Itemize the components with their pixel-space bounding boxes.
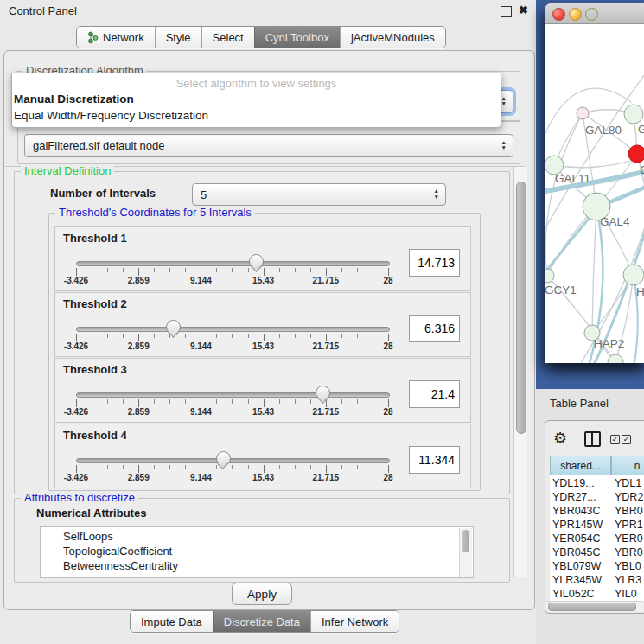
num-intervals-combo[interactable]: 5 ▲▼ [192, 183, 446, 206]
table-row[interactable]: YDL19...YDL1 [550, 477, 644, 491]
tab-style-label: Style [166, 31, 191, 44]
numerical-attributes-label: Numerical Attributes [36, 507, 146, 520]
list-scrollbar[interactable] [459, 528, 472, 577]
cell[interactable]: YPR145W [550, 519, 611, 532]
threshold-4-slider-track[interactable] [76, 458, 390, 463]
checkbox-icon[interactable]: ✓ [610, 435, 620, 444]
tick-label: 9.144 [190, 407, 212, 417]
minimize-traffic-light-icon[interactable] [569, 8, 582, 21]
slider-tick-labels: -3.426 2.859 9.144 15.43 21.715 28 [76, 472, 388, 483]
threshold-2-value-field[interactable] [409, 315, 460, 342]
table-row[interactable]: YBR043CYBR0 [550, 505, 644, 519]
table-horizontal-scrollbar[interactable] [546, 601, 643, 611]
list-item-selfloops[interactable]: SelfLoops [63, 530, 113, 543]
apply-button[interactable]: Apply [232, 583, 292, 605]
threshold-1-slider-thumb[interactable] [249, 254, 264, 269]
list-item-topologicalcoefficient[interactable]: TopologicalCoefficient [63, 545, 172, 558]
popup-option-equal-width-frequency[interactable]: Equal Width/Frequency Discretization [14, 109, 208, 122]
scrollbar-thumb[interactable] [548, 603, 636, 611]
cell[interactable]: YBL0 [611, 560, 641, 574]
tick-label: 21.715 [313, 473, 340, 482]
threshold-4-value-field[interactable] [409, 446, 460, 474]
tab-discretize-data[interactable]: Discretize Data [213, 611, 310, 632]
threshold-coordinates-title: Threshold's Coordinates for 5 Intervals [55, 206, 255, 219]
table-row[interactable]: YDR27...YDR2 [550, 491, 644, 505]
cell[interactable]: YIL0 [611, 588, 637, 601]
table-row[interactable]: YER054CYER0 [550, 532, 644, 546]
node-label-gcy1: GCY1 [545, 284, 577, 296]
network-window-titlebar[interactable] [545, 3, 644, 24]
cell[interactable]: YLR345W [550, 574, 611, 588]
cell[interactable]: YDL1 [611, 477, 641, 491]
tab-impute-data[interactable]: Impute Data [131, 611, 213, 632]
tick-label: 2.859 [128, 276, 150, 285]
tab-jactivemnodules-label: jActiveMNodules [351, 31, 435, 44]
vertical-scrollbar[interactable] [513, 167, 527, 577]
table-row[interactable]: YIL052CYIL0 [550, 588, 644, 601]
network-graph: GAL80 GA C GAL11 GAL4 GCY1 H HAP2 [545, 24, 644, 363]
panel-title: Control Panel [9, 4, 77, 17]
threshold-4-label: Threshold 4 [63, 429, 127, 442]
list-item-betweennesscentrality[interactable]: BetweennessCentrality [63, 559, 178, 572]
popup-option-manual-discretization[interactable]: Manual Discretization [14, 92, 134, 105]
cell[interactable]: YPR1 [611, 519, 643, 532]
column-header-shared-name[interactable]: shared... [550, 456, 611, 475]
node-selected-red[interactable] [628, 145, 644, 163]
column-header-name[interactable]: n [611, 456, 644, 475]
tab-network-label: Network [103, 31, 144, 44]
tick-label: 9.144 [190, 473, 212, 482]
scrollbar-thumb[interactable] [462, 530, 469, 552]
node-gal80[interactable] [577, 107, 589, 119]
tab-jactivemnodules[interactable]: jActiveMNodules [340, 27, 445, 48]
node-ga[interactable] [624, 105, 643, 124]
threshold-1-value-field[interactable] [409, 249, 460, 277]
tab-cyni-toolbox[interactable]: Cyni Toolbox [254, 27, 340, 48]
tab-infer-network[interactable]: Infer Network [310, 611, 399, 632]
node-label-c: C [640, 163, 644, 176]
tab-select[interactable]: Select [201, 27, 254, 48]
cell[interactable]: YDL19... [550, 477, 611, 491]
checkbox-icon[interactable]: ✓ [622, 435, 631, 444]
table-row[interactable]: YBL079WYBL0 [550, 560, 644, 574]
popup-prompt: Select algorithm to view settings [12, 77, 501, 90]
threshold-4-slider-thumb[interactable] [216, 451, 231, 466]
table-row[interactable]: YPR145WYPR1 [550, 519, 644, 532]
cell[interactable]: YLR3 [611, 574, 641, 588]
node-h[interactable] [623, 265, 644, 285]
network-canvas[interactable]: GAL80 GA C GAL11 GAL4 GCY1 H HAP2 [545, 24, 644, 363]
cell[interactable]: YER054C [550, 532, 611, 546]
threshold-4-panel: Threshold 4 -3.426 2.859 9.144 15.43 21.… [54, 424, 471, 488]
cell[interactable]: YBR043C [550, 505, 611, 519]
tab-style[interactable]: Style [155, 27, 201, 48]
cell[interactable]: YDR27... [550, 491, 611, 505]
node-gcy1[interactable] [545, 269, 554, 283]
cell[interactable]: YER0 [611, 532, 643, 546]
threshold-2-slider-thumb[interactable] [166, 320, 181, 335]
tick-label: 21.715 [313, 341, 340, 351]
cell[interactable]: YIL052C [550, 588, 611, 601]
threshold-1-slider-track[interactable] [76, 261, 390, 266]
threshold-3-slider-thumb[interactable] [316, 386, 330, 400]
gear-icon[interactable]: ⚙ [553, 429, 567, 448]
scrollbar-thumb[interactable] [516, 182, 526, 434]
threshold-3-slider-track[interactable] [76, 392, 390, 398]
close-icon[interactable]: ✖ [519, 3, 528, 16]
tab-network[interactable]: Network [77, 27, 155, 48]
cell[interactable]: YBR0 [611, 546, 643, 560]
application-window: Control Panel ✖ Network Style Select [0, 0, 644, 644]
node-attribute-table: shared... n YDL19...YDL1 YDR27...YDR2 YB… [550, 456, 644, 601]
table-row[interactable]: YBR045CYBR0 [550, 546, 644, 560]
cell[interactable]: YDR2 [611, 491, 643, 505]
threshold-2-slider-track[interactable] [76, 327, 390, 332]
threshold-3-value-field[interactable] [409, 380, 460, 408]
table-row[interactable]: YLR345WYLR3 [550, 574, 644, 588]
split-columns-icon[interactable] [584, 431, 601, 447]
network-nodes[interactable] [545, 105, 644, 363]
close-traffic-light-icon[interactable] [552, 8, 565, 21]
float-window-icon[interactable] [501, 6, 512, 17]
cell[interactable]: YBR045C [550, 546, 611, 560]
table-data-combo[interactable]: galFiltered.sif default node ▲▼ [24, 134, 513, 157]
cell[interactable]: YBL079W [550, 560, 611, 574]
zoom-traffic-light-icon[interactable] [585, 8, 598, 21]
cell[interactable]: YBR0 [611, 505, 643, 519]
